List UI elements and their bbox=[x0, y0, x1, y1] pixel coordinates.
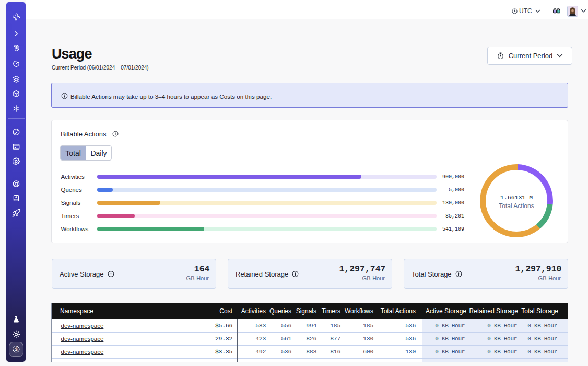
svg-text:$: $ bbox=[15, 347, 17, 352]
